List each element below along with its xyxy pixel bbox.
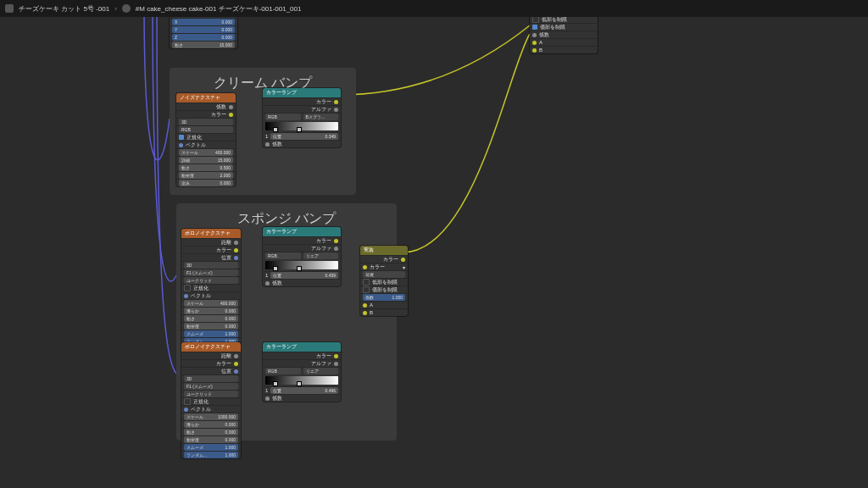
chk-lo[interactable] (532, 16, 539, 23)
socket-color[interactable] (234, 362, 238, 366)
gradient-ramp[interactable] (265, 122, 338, 130)
slider-y[interactable]: Y0.000 (172, 26, 235, 33)
node-header[interactable]: カラーランプ (263, 342, 341, 352)
socket-dist[interactable] (234, 241, 238, 245)
node-colorramp-2[interactable]: カラーランプ カラー アルファ RGBリニア 1位置0.459 係数 (263, 227, 341, 286)
chk-hi[interactable] (363, 286, 370, 293)
node-header[interactable]: カラーランプ (263, 227, 341, 236)
slider-pos[interactable]: 位置0.496 (270, 387, 338, 394)
material-icon (122, 4, 131, 13)
sel-mode[interactable]: 発展 (363, 271, 405, 278)
out-color: カラー (176, 110, 236, 118)
socket-fac[interactable] (265, 281, 270, 286)
chk-normalize[interactable] (179, 135, 184, 140)
socket-dist[interactable] (234, 354, 238, 358)
chk-lo[interactable] (363, 279, 370, 286)
socket-fac[interactable] (265, 142, 270, 147)
socket-vector[interactable] (179, 143, 183, 147)
node-header[interactable]: ボロノイテクスチャ (181, 229, 241, 238)
slider-soseido[interactable]: 粗密度2.000 (179, 172, 233, 179)
chevron-right-icon: › (114, 5, 117, 13)
slider-so[interactable]: 粗密度0.000 (184, 436, 238, 443)
slider-scale[interactable]: スケール400.000 (184, 300, 238, 307)
slider-distort[interactable]: 歪み0.000 (179, 180, 233, 186)
slider-pos[interactable]: 位置0.349 (270, 133, 338, 140)
node-colorramp-3[interactable]: カラーランプ カラー アルファ RGBリニア 1位置0.496 係数 (263, 342, 341, 402)
socket-pos[interactable] (234, 369, 238, 374)
socket-a[interactable] (334, 247, 338, 251)
sel-lin[interactable]: リニア (303, 368, 339, 374)
node-canvas[interactable]: ベクトル X0.000 Y0.000 Z0.000 粗さ15.000 カラー▾ … (0, 17, 868, 488)
slider-smoo[interactable]: スムーズ1.000 (184, 330, 238, 337)
slider-x[interactable]: X0.000 (172, 19, 235, 25)
chk-hi[interactable] (532, 25, 537, 30)
socket-b[interactable] (363, 311, 367, 315)
node-colorramp-1[interactable]: カラーランプ カラー アルファ RGBBスプラ... 1位置0.349 係数 (263, 88, 341, 147)
slider-detail[interactable]: 詳細15.000 (179, 157, 233, 164)
socket-out[interactable] (401, 258, 405, 262)
crumb-2[interactable]: #M cake_cheese cake-001 チーズケーキ-001-001_0… (136, 4, 302, 14)
chk-norm[interactable] (184, 398, 191, 405)
slider-fac[interactable]: 係数1.000 (363, 294, 405, 301)
object-icon (5, 4, 14, 13)
sel-f1[interactable]: F1 (スムーズ) (184, 269, 238, 276)
crumb-1[interactable]: チーズケーキ カット 5号 -001 (19, 4, 109, 14)
slider-sm[interactable]: 滑らか0.000 (184, 421, 238, 428)
sel-rgb[interactable]: RGB (179, 126, 233, 133)
node-mix[interactable]: 実装 カラー カラー▾ 発展 低部を制限 価部を制限 係数1.000 A B (360, 246, 408, 316)
sel-euclid[interactable]: ユークリッド (184, 391, 238, 397)
sel-3d[interactable]: 3D (184, 375, 238, 382)
chk-norm[interactable] (184, 285, 191, 291)
slider-z[interactable]: Z0.000 (172, 34, 235, 41)
node-header[interactable]: 実装 (360, 246, 408, 255)
slider-rough[interactable]: 粗さ0.000 (184, 315, 238, 322)
socket-alpha[interactable] (334, 362, 338, 366)
sel-f1[interactable]: F1 (スムーズ) (184, 383, 238, 390)
slider-scale[interactable]: スケール1000.000 (184, 413, 238, 420)
socket-pos[interactable] (234, 256, 238, 260)
sel-rgb[interactable]: RGB (265, 368, 301, 374)
socket-color[interactable] (334, 239, 338, 243)
gradient-ramp[interactable] (265, 261, 338, 269)
socket-color[interactable] (234, 248, 238, 252)
slider-smoo[interactable]: スムーズ1.000 (184, 444, 238, 451)
socket-a[interactable] (363, 303, 367, 308)
socket-color[interactable] (334, 354, 338, 358)
out-color: カラー (263, 97, 341, 105)
sel-rgb[interactable]: RGB (265, 252, 301, 259)
slider-detail[interactable]: 滑らか0.000 (184, 308, 238, 314)
slider-rough[interactable]: 粗さ0.500 (179, 164, 233, 171)
out-fac: 係数 (176, 103, 236, 110)
gradient-ramp[interactable] (265, 376, 338, 385)
slider-detail[interactable]: 粗さ15.000 (172, 42, 235, 48)
sel-ease[interactable]: Bスプラ... (303, 114, 339, 120)
socket-vec[interactable] (184, 408, 188, 412)
breadcrumb-header: チーズケーキ カット 5号 -001 › #M cake_cheese cake… (0, 0, 868, 17)
socket-col[interactable] (363, 265, 367, 269)
node-header[interactable]: ノイズテクスチャ (176, 93, 236, 103)
node-voronoi-2[interactable]: ボロノイテクスチャ 距離 カラー 位置 3D F1 (スムーズ) ユークリッド … (181, 342, 241, 458)
socket-vec[interactable] (184, 294, 188, 298)
sel-3d[interactable]: 3D (184, 262, 238, 269)
node-noise-tex[interactable]: ノイズテクスチャ 係数 カラー 3D RGB 正規化 ベクトル スケール400.… (176, 93, 236, 186)
node-header[interactable]: ボロノイテクスチャ (181, 342, 241, 352)
sel-3d[interactable]: 3D (179, 119, 233, 125)
socket-fac[interactable] (532, 33, 537, 37)
out-alpha: アルファ (263, 105, 341, 113)
socket-a[interactable] (532, 41, 537, 45)
slider-soseido[interactable]: 粗密度0.000 (184, 323, 238, 330)
node-header[interactable]: カラーランプ (263, 88, 341, 97)
slider-pos[interactable]: 位置0.459 (270, 272, 338, 279)
slider-rand[interactable]: ランダム...1.000 (184, 452, 238, 458)
sel-euclid[interactable]: ユークリッド (184, 277, 238, 284)
socket-fac[interactable] (265, 396, 270, 401)
slider-r[interactable]: 粗さ0.000 (184, 429, 238, 435)
socket-b[interactable] (532, 48, 537, 53)
node-voronoi-1[interactable]: ボロノイテクスチャ 距離 カラー 位置 3D F1 (スムーズ) ユークリッド … (181, 229, 241, 345)
sel-rgb[interactable]: RGB (265, 114, 301, 120)
sel-lin[interactable]: リニア (303, 252, 339, 259)
slider-scale[interactable]: スケール400.000 (179, 149, 233, 156)
